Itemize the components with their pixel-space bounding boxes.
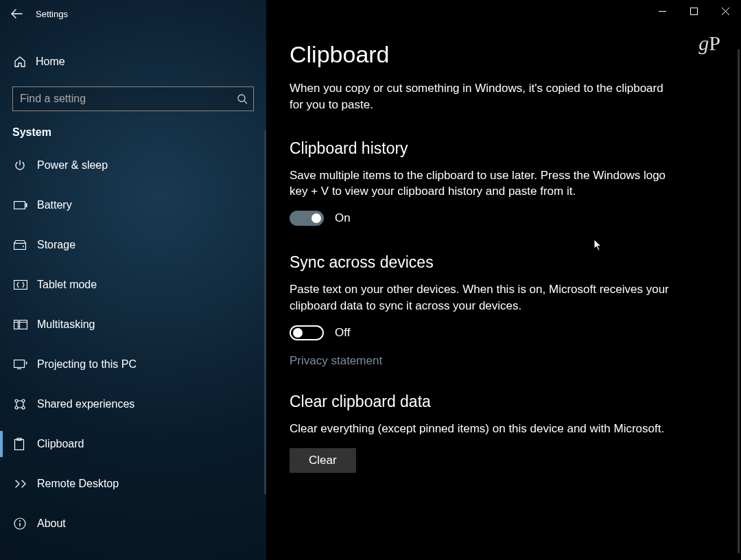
main-content: gP Clipboard When you copy or cut someth… xyxy=(266,0,741,560)
svg-rect-0 xyxy=(690,8,697,14)
svg-rect-14 xyxy=(15,440,24,450)
power-icon xyxy=(14,159,37,172)
svg-rect-7 xyxy=(14,320,19,329)
search-input[interactable] xyxy=(20,93,237,105)
sidebar-item-multitasking[interactable]: Multitasking xyxy=(0,305,266,345)
svg-rect-3 xyxy=(26,203,27,207)
svg-rect-9 xyxy=(14,360,25,368)
minimize-icon xyxy=(659,8,666,15)
minimize-button[interactable] xyxy=(646,0,678,22)
svg-point-17 xyxy=(19,520,21,522)
search-box[interactable] xyxy=(12,86,254,111)
sidebar-item-shared-experiences[interactable]: Shared experiences xyxy=(0,384,266,424)
sidebar-item-about[interactable]: About xyxy=(0,504,266,544)
sidebar-item-label: Multitasking xyxy=(37,318,95,331)
watermark-logo: gP xyxy=(698,32,720,55)
close-icon xyxy=(722,8,729,15)
svg-point-5 xyxy=(23,246,24,247)
remote-desktop-icon xyxy=(14,479,37,489)
main-scrollbar[interactable] xyxy=(738,49,740,553)
clipboard-history-toggle-label: On xyxy=(335,211,351,225)
page-intro: When you copy or cut something in Window… xyxy=(290,80,674,113)
home-icon xyxy=(14,56,36,68)
svg-point-13 xyxy=(22,406,25,409)
section-heading-sync: Sync across devices xyxy=(290,253,704,272)
sidebar-item-label: Remote Desktop xyxy=(37,478,119,490)
sync-devices-toggle-label: Off xyxy=(335,326,350,340)
sidebar-item-tablet-mode[interactable]: Tablet mode xyxy=(0,265,266,305)
sidebar-item-label: Storage xyxy=(37,239,75,251)
svg-point-11 xyxy=(22,399,25,402)
history-desc: Save multiple items to the clipboard to … xyxy=(290,167,674,200)
sidebar-home-label: Home xyxy=(36,56,65,68)
svg-rect-6 xyxy=(14,281,27,290)
svg-point-10 xyxy=(15,399,18,402)
battery-icon xyxy=(14,201,37,209)
projecting-icon xyxy=(14,360,37,369)
maximize-button[interactable] xyxy=(678,0,709,22)
close-button[interactable] xyxy=(709,0,741,22)
storage-icon xyxy=(14,240,37,250)
multitasking-icon xyxy=(14,320,37,329)
sidebar-item-label: Shared experiences xyxy=(37,398,134,410)
maximize-icon xyxy=(690,8,698,15)
clipboard-history-toggle[interactable] xyxy=(290,211,324,226)
back-button[interactable] xyxy=(0,0,33,27)
sidebar-item-battery[interactable]: Battery xyxy=(0,185,266,225)
section-heading-clear: Clear clipboard data xyxy=(290,393,704,411)
arrow-left-icon xyxy=(10,8,23,20)
clear-desc: Clear everything (except pinned items) o… xyxy=(290,421,674,437)
sidebar-nav: Power & sleep Battery Storage Tablet mod… xyxy=(0,145,266,544)
tablet-icon xyxy=(14,280,37,290)
sidebar-item-remote-desktop[interactable]: Remote Desktop xyxy=(0,464,266,504)
sidebar-item-label: Power & sleep xyxy=(37,159,108,172)
sidebar-item-clipboard[interactable]: Clipboard xyxy=(0,424,266,464)
cursor-icon xyxy=(593,239,603,251)
privacy-statement-link[interactable]: Privacy statement xyxy=(290,354,382,368)
clear-button[interactable]: Clear xyxy=(290,448,356,473)
sidebar: Home System Power & sleep Battery Storag… xyxy=(0,0,266,560)
sync-desc: Paste text on your other devices. When t… xyxy=(290,281,674,314)
sidebar-section-label: System xyxy=(12,126,266,139)
sync-devices-toggle[interactable] xyxy=(290,325,324,340)
svg-rect-8 xyxy=(20,320,27,329)
svg-rect-2 xyxy=(14,202,25,209)
clipboard-icon xyxy=(14,438,37,450)
sidebar-item-projecting[interactable]: Projecting to this PC xyxy=(0,345,266,384)
sidebar-home[interactable]: Home xyxy=(0,47,266,77)
sidebar-item-label: About xyxy=(37,517,66,530)
svg-point-1 xyxy=(238,95,245,102)
window-controls xyxy=(646,0,741,22)
sidebar-item-storage[interactable]: Storage xyxy=(0,225,266,265)
sidebar-item-label: Projecting to this PC xyxy=(37,358,137,371)
sidebar-item-power-sleep[interactable]: Power & sleep xyxy=(0,145,266,185)
sidebar-item-label: Battery xyxy=(37,199,72,211)
sidebar-item-label: Tablet mode xyxy=(37,279,97,291)
page-title: Clipboard xyxy=(290,41,704,68)
app-title: Settings xyxy=(36,9,68,19)
svg-point-12 xyxy=(15,406,18,409)
sidebar-item-label: Clipboard xyxy=(37,438,84,450)
search-icon xyxy=(237,93,248,104)
section-heading-history: Clipboard history xyxy=(290,139,704,158)
info-icon xyxy=(14,517,37,530)
shared-icon xyxy=(14,398,37,410)
title-bar: Settings xyxy=(0,0,741,27)
